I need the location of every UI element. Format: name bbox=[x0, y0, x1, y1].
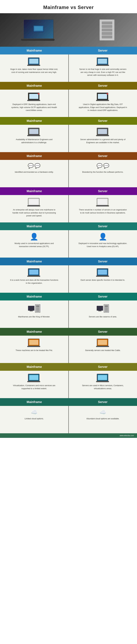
section-header-11: MainframeServer bbox=[0, 398, 137, 406]
content-row-9: These machines are to be treated like Pe… bbox=[0, 336, 137, 363]
section-header-1: MainframeServer bbox=[0, 47, 137, 54]
laptop-icon bbox=[28, 339, 40, 347]
content-cell-left-10: Virtualization, Containers and micro ser… bbox=[0, 371, 69, 398]
description-right-10: Servers are used in Micro services, Cont… bbox=[78, 384, 127, 390]
laptop-icon bbox=[28, 198, 40, 206]
content-cell-left-7: It is a work horse and does all the tran… bbox=[0, 265, 69, 293]
description-left-3: Availability of Maintenance Engineers an… bbox=[10, 138, 58, 144]
footer-text: www.educba.com bbox=[120, 434, 134, 437]
section-header-right-3: Server bbox=[68, 117, 137, 125]
person-icon: 👤 bbox=[30, 233, 38, 240]
section-header-right-4: Server bbox=[68, 152, 137, 160]
content-cell-left-1: Huge in size, takes more floor space hen… bbox=[0, 54, 69, 82]
section-header-2: MainframeServer bbox=[0, 82, 137, 90]
section-header-10: MainframeServer bbox=[0, 363, 137, 371]
content-cell-left-2: Deployed in ERP, Banking applications, b… bbox=[0, 90, 69, 117]
section-header-right-5: Server bbox=[68, 187, 137, 195]
person-icon: 👤 bbox=[99, 233, 107, 240]
section-header-7: MainframeServer bbox=[0, 258, 137, 265]
section-header-left-5: Mainframe bbox=[0, 187, 68, 195]
section-header-left-11: Mainframe bbox=[0, 398, 68, 406]
section-header-6: MainframeServer bbox=[0, 222, 137, 230]
section-header-8: MainframeServer bbox=[0, 293, 137, 300]
cloud-icon: ☁️ bbox=[31, 409, 38, 415]
laptop-icon bbox=[97, 198, 109, 206]
content-cell-left-3: Availability of Maintenance Engineers an… bbox=[0, 125, 69, 152]
content-row-4: 💬 💬 Identified and branded as a Hardware… bbox=[0, 160, 137, 187]
content-cell-left-6: 👤Mostly used in conventional application… bbox=[0, 230, 69, 258]
content-row-7: It is a work horse and does all the tran… bbox=[0, 265, 137, 293]
page-wrapper: Mainframe vs Server Mainframe bbox=[0, 0, 137, 438]
section-header-right-6: Server bbox=[68, 222, 137, 230]
content-cell-right-7: Each server does specific function it is… bbox=[69, 265, 137, 293]
description-left-7: It is a work horse and does all the tran… bbox=[10, 278, 58, 284]
laptop-icon bbox=[28, 268, 40, 277]
section-header-left-3: Mainframe bbox=[0, 117, 68, 125]
laptop-hero bbox=[23, 19, 54, 39]
section-header-right-8: Server bbox=[68, 293, 137, 300]
section-header-right-11: Server bbox=[68, 398, 137, 406]
description-left-2: Deployed in ERP, Banking applications, b… bbox=[10, 103, 58, 112]
tower-icon bbox=[28, 304, 40, 314]
laptop-icon bbox=[97, 339, 109, 347]
section-header-right-1: Server bbox=[68, 47, 137, 54]
content-cell-right-3: Server administration is a general skill… bbox=[69, 125, 137, 152]
content-row-5: An enterprise will always have one mainf… bbox=[0, 195, 137, 222]
description-right-1: Server is not that huge in size and comm… bbox=[78, 68, 127, 77]
tower-icon bbox=[97, 304, 109, 314]
description-right-3: Server administration is a general skill… bbox=[78, 138, 127, 144]
section-header-left-9: Mainframe bbox=[0, 328, 68, 336]
content-row-3: Availability of Maintenance Engineers an… bbox=[0, 125, 137, 152]
content-cell-left-4: 💬 💬 Identified and branded as a Hardware… bbox=[0, 160, 69, 187]
page-title: Mainframe vs Server bbox=[0, 0, 137, 13]
description-left-4: Identified and branded as a Hardware ent… bbox=[15, 170, 54, 174]
section-header-right-9: Server bbox=[68, 328, 137, 336]
laptop-icon bbox=[28, 93, 40, 101]
content-cell-right-11: ☁️Abundant cloud options are available. bbox=[69, 406, 137, 433]
laptop-icon bbox=[97, 374, 109, 382]
laptop-icon bbox=[28, 128, 40, 136]
description-left-6: Mostly used in conventional applications… bbox=[10, 242, 58, 248]
content-row-10: Virtualization, Containers and micro ser… bbox=[0, 371, 137, 398]
chat-icon: 💬 💬 bbox=[28, 163, 40, 169]
description-right-4: Branded by the function the software per… bbox=[82, 170, 124, 174]
description-left-8: Mainframes are like King of Monster. bbox=[18, 315, 50, 318]
description-left-11: Limited cloud options. bbox=[24, 417, 44, 420]
description-right-6: Deployed in innovative and new technolog… bbox=[78, 242, 127, 248]
content-cell-left-9: These machines are to be treated like Pe… bbox=[0, 336, 69, 363]
content-cell-right-2: Used in Digital applications like Big Da… bbox=[69, 90, 137, 117]
description-right-8: Servers are like swarms of ants. bbox=[89, 315, 117, 318]
chat-icon: 💬 💬 bbox=[96, 163, 109, 169]
content-row-2: Deployed in ERP, Banking applications, b… bbox=[0, 90, 137, 117]
description-right-11: Abundant cloud options are available. bbox=[86, 417, 119, 420]
section-header-right-7: Server bbox=[68, 258, 137, 265]
content-row-8: Mainframes are like King of Monster. Ser… bbox=[0, 300, 137, 328]
section-header-9: MainframeServer bbox=[0, 328, 137, 336]
description-right-9: Generally servers are treated like Cattl… bbox=[85, 349, 120, 352]
section-header-left-2: Mainframe bbox=[0, 82, 68, 90]
laptop-icon bbox=[97, 93, 109, 101]
section-header-left-1: Mainframe bbox=[0, 47, 68, 54]
section-header-right-2: Server bbox=[68, 82, 137, 90]
content-cell-left-5: An enterprise will always have one mainf… bbox=[0, 195, 69, 222]
section-header-left-4: Mainframe bbox=[0, 152, 68, 160]
content-cell-right-9: Generally servers are treated like Cattl… bbox=[69, 336, 137, 363]
description-left-1: Huge in size, takes more floor space hen… bbox=[10, 68, 58, 74]
content-cell-left-8: Mainframes are like King of Monster. bbox=[0, 300, 69, 328]
description-left-5: An enterprise will always have one mainf… bbox=[10, 208, 58, 217]
footer-bar: www.educba.com bbox=[0, 433, 137, 438]
hero-image bbox=[0, 13, 137, 47]
content-row-11: ☁️Limited cloud options.☁️Abundant cloud… bbox=[0, 406, 137, 433]
description-right-5: There would be n number of servers in an… bbox=[78, 208, 127, 214]
content-cell-left-11: ☁️Limited cloud options. bbox=[0, 406, 69, 433]
content-cell-right-1: Server is not that huge in size and comm… bbox=[69, 54, 137, 82]
section-header-left-10: Mainframe bbox=[0, 363, 68, 371]
section-header-left-7: Mainframe bbox=[0, 258, 68, 265]
section-header-left-6: Mainframe bbox=[0, 222, 68, 230]
content-cell-right-10: Servers are used in Micro services, Cont… bbox=[69, 371, 137, 398]
laptop-icon bbox=[28, 374, 40, 382]
cloud-icon: ☁️ bbox=[100, 409, 106, 415]
content-cell-right-6: 👤Deployed in innovative and new technolo… bbox=[69, 230, 137, 258]
content-row-6: 👤Mostly used in conventional application… bbox=[0, 230, 137, 258]
content-cell-right-8: Servers are like swarms of ants. bbox=[69, 300, 137, 328]
